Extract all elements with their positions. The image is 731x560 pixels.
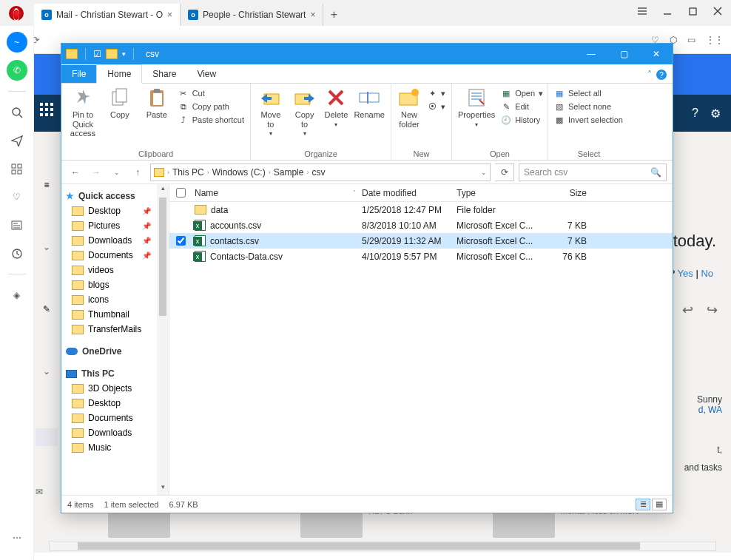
tree-this-pc[interactable]: This PC bbox=[61, 366, 169, 381]
send-icon[interactable] bbox=[7, 130, 27, 151]
file-row[interactable]: accounts.csv 8/3/2018 10:10 AM Microsoft… bbox=[169, 217, 673, 233]
file-row[interactable]: Contacts-Data.csv 4/10/2019 5:57 PM Micr… bbox=[169, 249, 673, 264]
crumb-sample[interactable]: Sample bbox=[274, 167, 304, 178]
close-icon[interactable]: × bbox=[167, 10, 172, 20]
crumb-this-pc[interactable]: This PC bbox=[172, 167, 204, 178]
settings-icon[interactable]: ⚙ bbox=[710, 107, 721, 121]
file-row[interactable]: data 1/25/2018 12:47 PM File folder bbox=[169, 202, 673, 217]
new-folder-button[interactable]: New folder bbox=[397, 87, 421, 129]
details-view-button[interactable]: ≣ bbox=[636, 499, 650, 510]
tree-item[interactable]: videos bbox=[61, 263, 169, 277]
tree-item[interactable]: Documents📌 bbox=[61, 248, 169, 263]
ribbon-collapse-icon[interactable]: ˄ bbox=[647, 70, 652, 80]
crumb-csv[interactable]: csv bbox=[311, 167, 325, 178]
bookmark-heart-icon[interactable]: ♡ bbox=[7, 186, 27, 207]
app-launcher-icon[interactable] bbox=[40, 103, 61, 124]
new-tab-button[interactable]: + bbox=[323, 4, 344, 26]
hamburger-icon[interactable]: ≡ bbox=[34, 180, 59, 190]
up-button[interactable]: ↑ bbox=[129, 167, 146, 178]
move-to-button[interactable]: Move to▾ bbox=[257, 87, 285, 137]
paste-button[interactable]: Paste bbox=[141, 87, 172, 120]
tree-item[interactable]: 3D Objects bbox=[61, 381, 169, 396]
tree-item[interactable]: icons bbox=[61, 292, 169, 307]
nav-tree[interactable]: ★Quick access Desktop📌Pictures📌Downloads… bbox=[61, 184, 169, 495]
copy-button[interactable]: Copy bbox=[104, 87, 135, 120]
tab-view[interactable]: View bbox=[186, 65, 226, 83]
icons-view-button[interactable]: ▦ bbox=[652, 499, 667, 510]
cut-button[interactable]: ✂Cut bbox=[178, 88, 244, 98]
horizontal-scrollbar[interactable] bbox=[49, 541, 716, 551]
scrollbar-thumb[interactable] bbox=[78, 542, 640, 550]
selected-folder-icon[interactable] bbox=[36, 428, 58, 446]
search-icon[interactable] bbox=[7, 102, 27, 123]
paste-shortcut-button[interactable]: ⤴Paste shortcut bbox=[178, 115, 244, 125]
forward-icon[interactable]: ↪ bbox=[707, 302, 718, 318]
tree-item[interactable]: Documents bbox=[61, 411, 169, 425]
file-row[interactable]: contacts.csv 5/29/2019 11:32 AM Microsof… bbox=[169, 233, 673, 249]
mail-icon[interactable]: ✉ bbox=[36, 487, 43, 497]
whatsapp-icon[interactable]: ✆ bbox=[7, 60, 27, 81]
tabs-menu-icon[interactable] bbox=[632, 3, 653, 19]
new-item-button[interactable]: ✦▾ bbox=[427, 88, 445, 98]
more-icon[interactable]: ⋯ bbox=[7, 527, 27, 548]
search-input[interactable]: Search csv 🔍 bbox=[519, 163, 667, 181]
messenger-icon[interactable]: ~ bbox=[7, 32, 27, 53]
tree-scrollbar[interactable]: ▴▾ bbox=[157, 184, 169, 495]
close-button[interactable]: ✕ bbox=[640, 44, 673, 64]
tree-item[interactable]: Desktop📌 bbox=[61, 203, 169, 218]
recent-chevron-icon[interactable]: ⌄ bbox=[109, 169, 125, 176]
edit-button[interactable]: ✎Edit bbox=[501, 101, 543, 112]
select-none-button[interactable]: ▧Select none bbox=[554, 101, 623, 112]
close-icon[interactable]: × bbox=[310, 10, 315, 20]
maximize-button[interactable] bbox=[682, 3, 703, 19]
menu-icon[interactable]: ⋮⋮ bbox=[706, 35, 724, 45]
tree-item[interactable]: Desktop bbox=[61, 396, 169, 411]
help-icon[interactable]: ? bbox=[656, 70, 667, 80]
tree-item[interactable]: Downloads bbox=[61, 425, 169, 440]
browser-tab-people[interactable]: o People - Christian Stewart × bbox=[181, 4, 323, 26]
speed-dial-icon[interactable] bbox=[7, 158, 27, 179]
tab-share[interactable]: Share bbox=[142, 65, 186, 83]
column-headers[interactable]: Name˄ Date modified Type Size bbox=[169, 184, 673, 202]
refresh-button[interactable]: ⟳ bbox=[495, 163, 514, 181]
select-all-checkbox[interactable] bbox=[176, 188, 186, 198]
properties-button[interactable]: Properties▾ bbox=[458, 87, 495, 128]
copy-path-button[interactable]: ⧉Copy path bbox=[178, 101, 244, 112]
chevron-down-icon[interactable]: ⌄ bbox=[481, 169, 487, 176]
select-all-button[interactable]: ▦Select all bbox=[554, 88, 623, 98]
pencil-icon[interactable]: ✎ bbox=[34, 304, 59, 314]
explorer-titlebar[interactable]: ☑ ▾ csv — ▢ ✕ bbox=[61, 44, 673, 64]
chevron-down-icon[interactable]: ▾ bbox=[122, 50, 126, 58]
easy-access-button[interactable]: ⦿▾ bbox=[427, 101, 445, 112]
tree-item[interactable]: Thumbnail bbox=[61, 307, 169, 322]
tree-onedrive[interactable]: OneDrive bbox=[61, 344, 169, 359]
minimize-button[interactable]: — bbox=[575, 44, 607, 64]
minimize-button[interactable] bbox=[657, 3, 678, 19]
tab-file[interactable]: File bbox=[61, 65, 96, 83]
pin-quick-access-button[interactable]: Pin to Quick access bbox=[67, 87, 98, 138]
invert-selection-button[interactable]: ▩Invert selection bbox=[554, 115, 623, 125]
browser-tab-mail[interactable]: o Mail - Christian Stewart - O × bbox=[34, 4, 181, 26]
news-icon[interactable] bbox=[7, 215, 27, 235]
open-button[interactable]: ▦Open ▾ bbox=[501, 88, 543, 98]
chevron-down-icon[interactable]: ⌄ bbox=[34, 242, 59, 252]
tree-item[interactable]: Downloads📌 bbox=[61, 233, 169, 248]
tree-item[interactable]: blogs bbox=[61, 277, 169, 292]
tree-item[interactable]: Pictures📌 bbox=[61, 218, 169, 233]
battery-icon[interactable]: ▭ bbox=[687, 35, 695, 45]
tree-item[interactable]: Music bbox=[61, 440, 169, 455]
no-link[interactable]: No bbox=[701, 268, 713, 279]
reply-icon[interactable]: ↩ bbox=[682, 302, 693, 318]
help-icon[interactable]: ? bbox=[692, 107, 698, 121]
rename-button[interactable]: Rename bbox=[354, 87, 385, 120]
copy-to-button[interactable]: Copy to▾ bbox=[291, 87, 319, 137]
back-button[interactable]: ← bbox=[67, 167, 84, 178]
history-button[interactable]: 🕘History bbox=[501, 115, 543, 125]
crumb-windows-c[interactable]: Windows (C:) bbox=[212, 167, 266, 178]
history-icon[interactable] bbox=[7, 243, 27, 263]
maximize-button[interactable]: ▢ bbox=[607, 44, 640, 64]
row-checkbox[interactable] bbox=[176, 236, 186, 246]
close-button[interactable] bbox=[707, 3, 728, 19]
breadcrumb-bar[interactable]: › This PC› Windows (C:)› Sample› csv ⌄ bbox=[150, 163, 491, 181]
tree-item[interactable]: TransferMails bbox=[61, 322, 169, 337]
